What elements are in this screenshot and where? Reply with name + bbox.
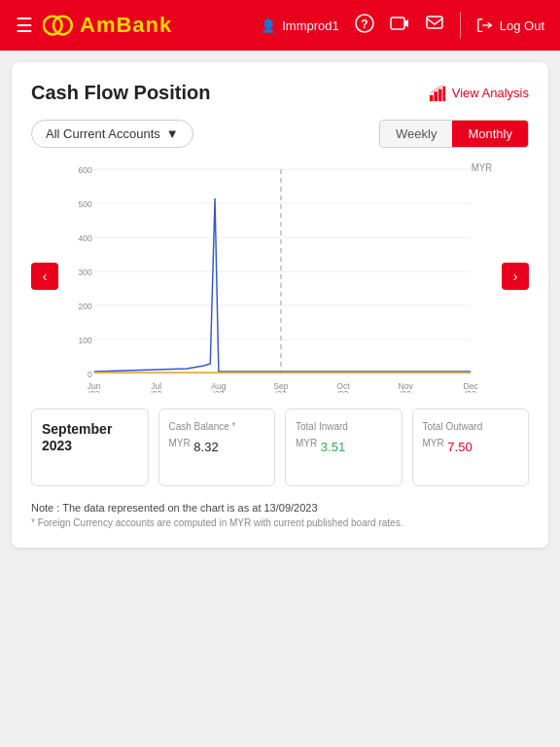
svg-text:200: 200 — [78, 302, 91, 311]
svg-text:'23: '23 — [337, 389, 348, 393]
info-cards: September2023 Cash Balance * MYR 8.32 To… — [31, 409, 529, 486]
monthly-button[interactable]: Monthly — [452, 121, 528, 147]
logout-icon — [476, 17, 494, 34]
video-icon[interactable] — [390, 14, 409, 38]
chart-prev-button[interactable]: ‹ — [31, 263, 58, 290]
total-outward-card: Total Outward MYR 7.50 — [412, 409, 530, 486]
chevron-right-icon: › — [513, 268, 518, 284]
header-right: 👤 Immprod1 ? Log Out — [261, 12, 544, 39]
svg-text:300: 300 — [78, 267, 91, 277]
total-inward-title: Total Inward — [296, 421, 392, 432]
month-label: September2023 — [42, 421, 138, 454]
total-outward-value: MYR 7.50 — [423, 438, 519, 454]
svg-rect-11 — [442, 86, 445, 100]
account-dropdown[interactable]: All Current Accounts ▼ — [31, 120, 193, 148]
svg-text:600: 600 — [78, 165, 91, 175]
svg-text:?: ? — [361, 18, 368, 31]
chevron-down-icon: ▼ — [166, 126, 179, 141]
help-icon[interactable]: ? — [355, 14, 374, 38]
chart-next-button[interactable]: › — [502, 263, 529, 290]
notification-icon[interactable] — [425, 14, 444, 38]
total-outward-amount: 7.50 — [447, 440, 472, 454]
username-label: Immprod1 — [282, 18, 339, 33]
cash-balance-currency: MYR — [169, 438, 191, 448]
svg-text:'23: '23 — [275, 389, 286, 393]
ambank-logo-icon — [43, 14, 76, 37]
svg-text:100: 100 — [78, 336, 91, 345]
svg-rect-8 — [430, 94, 434, 100]
total-inward-card: Total Inward MYR 3.51 — [285, 409, 402, 486]
svg-rect-6 — [427, 17, 442, 28]
header-user[interactable]: 👤 Immprod1 — [261, 18, 339, 33]
hamburger-icon[interactable]: ☰ — [16, 14, 33, 37]
cash-balance-amount: 8.32 — [193, 440, 218, 454]
total-inward-value: MYR 3.51 — [296, 438, 392, 454]
svg-text:'23: '23 — [151, 389, 161, 393]
month-card: September2023 — [31, 409, 149, 486]
total-inward-amount: 3.51 — [321, 440, 345, 454]
total-inward-currency: MYR — [296, 438, 317, 448]
controls-row: All Current Accounts ▼ Weekly Monthly — [31, 120, 529, 148]
chart-svg: MYR 600 500 400 300 200 100 — [66, 160, 494, 393]
svg-rect-9 — [434, 91, 438, 101]
period-toggle: Weekly Monthly — [379, 120, 529, 148]
account-dropdown-label: All Current Accounts — [46, 126, 160, 141]
header: ☰ AmBank 👤 Immprod1 ? Log Out — [0, 0, 560, 51]
weekly-button[interactable]: Weekly — [380, 121, 452, 147]
logo: AmBank — [43, 13, 172, 38]
page-title: Cash Flow Position — [31, 82, 210, 104]
note-sub: * Foreign Currency accounts are computed… — [31, 517, 529, 528]
main-card: Cash Flow Position View Analysis All Cur… — [12, 62, 548, 548]
svg-text:'23: '23 — [465, 389, 475, 393]
cash-balance-card: Cash Balance * MYR 8.32 — [158, 409, 276, 486]
logout-button[interactable]: Log Out — [476, 17, 544, 34]
view-analysis-label: View Analysis — [452, 86, 529, 100]
svg-text:500: 500 — [78, 199, 91, 209]
user-icon: 👤 — [261, 18, 276, 33]
notes-section: Note : The data represented on the chart… — [31, 502, 529, 528]
svg-rect-10 — [438, 89, 442, 101]
note-main: Note : The data represented on the chart… — [31, 502, 529, 514]
svg-text:400: 400 — [78, 233, 91, 243]
chart-inner: MYR 600 500 400 300 200 100 — [66, 160, 494, 393]
svg-text:'23: '23 — [401, 389, 411, 393]
svg-text:MYR: MYR — [472, 162, 492, 173]
chevron-left-icon: ‹ — [43, 268, 48, 284]
svg-text:'23: '23 — [88, 389, 99, 393]
ambank-logo-text: AmBank — [80, 13, 172, 38]
svg-text:0: 0 — [88, 370, 92, 379]
page-header: Cash Flow Position View Analysis — [31, 82, 529, 104]
total-outward-currency: MYR — [423, 438, 444, 448]
analysis-icon — [429, 85, 446, 102]
cash-balance-title: Cash Balance * — [169, 421, 265, 432]
header-left: ☰ AmBank — [16, 13, 172, 38]
chart-container: ‹ › MYR 600 5 — [31, 160, 529, 393]
svg-rect-4 — [391, 18, 404, 29]
view-analysis-button[interactable]: View Analysis — [429, 85, 529, 102]
header-divider — [460, 12, 461, 39]
logout-label: Log Out — [500, 18, 544, 33]
total-outward-title: Total Outward — [423, 421, 519, 432]
cash-balance-value: MYR 8.32 — [169, 438, 265, 454]
svg-text:'23: '23 — [213, 389, 224, 393]
